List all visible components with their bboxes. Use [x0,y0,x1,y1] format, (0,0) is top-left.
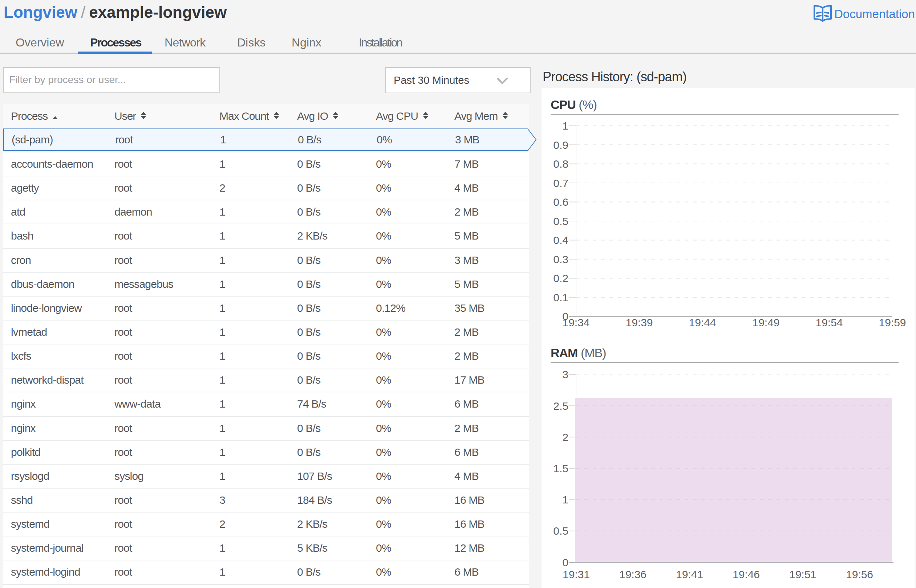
svg-text:CPU (%): CPU (%) [550,98,597,111]
svg-text:19:36: 19:36 [619,569,646,580]
svg-text:0.5: 0.5 [553,215,568,227]
svg-text:0.8: 0.8 [553,158,568,170]
svg-text:19:46: 19:46 [733,569,760,580]
svg-text:19:44: 19:44 [689,317,716,328]
svg-text:19:41: 19:41 [676,569,703,580]
svg-text:0.5: 0.5 [553,525,568,537]
svg-text:0.4: 0.4 [553,234,568,246]
svg-text:2: 2 [562,431,568,443]
svg-text:19:59: 19:59 [879,317,906,328]
svg-text:0: 0 [562,556,568,569]
svg-text:1: 1 [562,120,568,132]
svg-text:0.9: 0.9 [553,139,568,151]
svg-text:RAM (MB): RAM (MB) [550,346,606,360]
svg-text:19:54: 19:54 [816,317,843,328]
svg-text:0.3: 0.3 [553,254,568,265]
svg-text:1: 1 [562,494,568,506]
svg-text:2.5: 2.5 [553,400,568,412]
svg-text:19:56: 19:56 [846,569,873,580]
svg-text:19:31: 19:31 [563,569,590,580]
svg-text:3: 3 [562,368,568,380]
svg-text:19:34: 19:34 [562,317,589,328]
svg-text:0.7: 0.7 [553,177,568,189]
svg-text:19:39: 19:39 [625,317,653,328]
svg-text:0.1: 0.1 [553,291,568,304]
svg-text:19:51: 19:51 [789,569,816,580]
svg-text:19:49: 19:49 [752,317,779,328]
svg-text:0.6: 0.6 [553,196,568,208]
svg-text:1.5: 1.5 [553,462,568,474]
svg-text:0.2: 0.2 [553,272,568,284]
